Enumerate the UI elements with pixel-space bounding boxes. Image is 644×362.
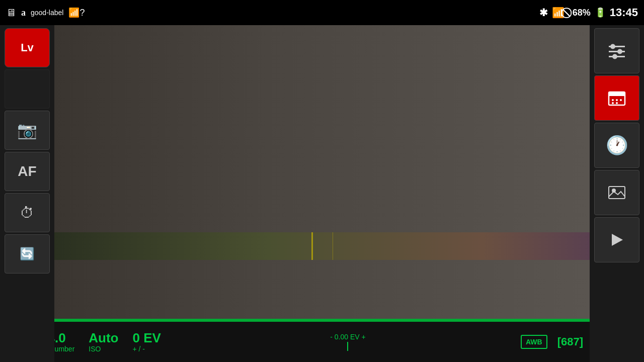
sidebar-lv2-button[interactable]: 🔄 [5, 234, 50, 274]
play-icon [607, 230, 627, 250]
lv2-icon: 🔄 [20, 247, 35, 261]
svg-point-11 [612, 102, 614, 104]
svg-point-8 [612, 99, 614, 101]
svg-point-3 [610, 44, 615, 49]
clock-time: 13:45 [610, 6, 638, 19]
iso-value: Auto [89, 331, 118, 345]
ev-label: + / - [133, 345, 145, 353]
clock-icon: 🕐 [606, 135, 628, 156]
sidebar-lv-button[interactable]: Lv [5, 28, 50, 67]
status-bar: 🖥 a good-label 📶? ✱ 📶 ⃠ 68% 🔋 13:45 [0, 0, 644, 25]
timer-icon: ⏱ [20, 205, 34, 221]
right-calendar-button[interactable] [594, 75, 639, 121]
wifi-icon: 📶? [68, 7, 85, 18]
right-sidebar: 🕐 [590, 25, 644, 362]
ev-bar: - 0.00 EV + [175, 333, 521, 351]
svg-point-4 [617, 49, 622, 54]
amazon-icon: a [21, 8, 26, 18]
iso-stat: Auto ISO [89, 331, 118, 353]
af-icon: AF [18, 163, 36, 179]
battery-icon: 🔋 [595, 7, 606, 18]
svg-rect-13 [609, 187, 625, 199]
right-play-button[interactable] [594, 217, 639, 262]
ev-scale-text: - 0.00 EV + [330, 333, 365, 341]
status-right: ✱ 📶 ⃠ 68% 🔋 13:45 [539, 6, 638, 19]
right-clock-button[interactable]: 🕐 [594, 123, 639, 168]
awb-badge: AWB [521, 335, 547, 349]
main-content: Focus & Metering ONESHOT Image RAW [54, 25, 590, 322]
bottom-bar: 1/40 Shutter 4.0 fNumber Auto ISO 0 EV +… [0, 322, 644, 362]
camera-icon: 📷 [17, 121, 37, 140]
svg-point-12 [616, 102, 618, 104]
calendar-icon [607, 88, 627, 108]
svg-rect-1 [609, 51, 625, 52]
svg-rect-7 [609, 92, 625, 96]
battery-percent: 68% [573, 8, 591, 18]
right-image-button[interactable] [594, 170, 639, 215]
signal-icon: 📶 [552, 7, 565, 19]
svg-point-5 [612, 54, 617, 59]
good-label: good-label [31, 9, 63, 17]
right-sliders-button[interactable] [594, 28, 639, 73]
ev-indicator [347, 342, 348, 351]
status-left: 🖥 a good-label 📶? [6, 7, 85, 19]
screen-icon: 🖥 [6, 7, 16, 19]
ev-value: 0 EV [133, 331, 161, 345]
image-icon [607, 183, 627, 203]
preview-strip-liveview [54, 232, 590, 260]
svg-point-9 [616, 99, 618, 101]
left-sidebar: Lv 📷 AF ⏱ 🔄 [0, 25, 54, 362]
sidebar-timer-button[interactable]: ⏱ [5, 193, 50, 232]
svg-marker-15 [612, 234, 623, 246]
sidebar-blank-button[interactable] [5, 69, 50, 109]
ev-stat: 0 EV + / - [133, 331, 161, 353]
svg-point-10 [620, 99, 622, 101]
preview-strip-2 [54, 132, 590, 167]
iso-label: ISO [89, 345, 101, 353]
lv-label: Lv [21, 41, 34, 54]
sliders-icon [607, 41, 627, 61]
sidebar-af-button[interactable]: AF [5, 152, 50, 191]
bluetooth-icon: ✱ [539, 7, 548, 19]
sidebar-camera-button[interactable]: 📷 [5, 111, 50, 150]
frame-count: [687] [557, 335, 583, 348]
